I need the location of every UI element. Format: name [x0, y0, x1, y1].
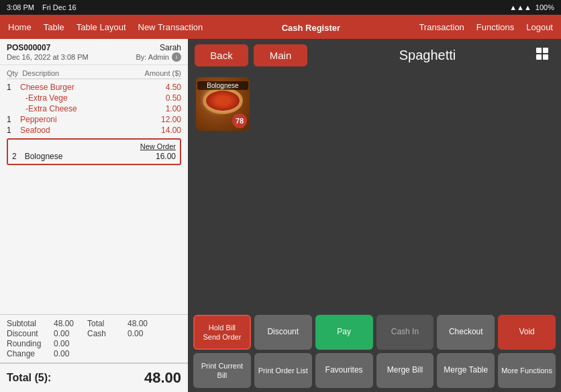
subtotal-value: 48.00 — [54, 319, 87, 328]
new-order-qty: 2 — [12, 152, 17, 161]
nav-new-transaction[interactable]: New Transaction — [138, 22, 203, 32]
item-qty: 1 — [7, 115, 16, 124]
info-icon[interactable]: i — [172, 52, 181, 62]
item-qty: 1 — [7, 83, 16, 92]
merge-bill-button[interactable]: Merge Bill — [376, 353, 434, 388]
battery-text: 100% — [536, 3, 554, 11]
grand-total-label: Total (5): — [7, 372, 51, 384]
nav-logout[interactable]: Logout — [526, 22, 553, 32]
menu-item-image: Bolognese 78 — [196, 77, 250, 131]
rounding-value: 0.00 — [54, 339, 87, 348]
nav-functions[interactable]: Functions — [476, 22, 514, 32]
menu-item-count: 78 — [232, 113, 247, 128]
pay-button[interactable]: Pay — [315, 315, 373, 350]
order-id: POS000007 — [7, 43, 50, 52]
item-name: Cheese Burger — [20, 83, 74, 92]
action-bar: Back Main Spaghetti — [188, 39, 561, 72]
discount-button[interactable]: Discount — [254, 315, 312, 350]
new-order-item: 2 Bolognese 16.00 — [12, 152, 176, 161]
item-price: 14.00 — [161, 126, 181, 135]
hold-bill-send-order-button[interactable]: Hold Bill Send Order — [193, 315, 251, 350]
view-icon[interactable] — [534, 46, 550, 65]
receipt-items: Qty Description Amount ($) 1 Cheese Burg… — [0, 65, 188, 314]
change-label — [87, 339, 128, 348]
cash-value: 0.00 — [128, 329, 161, 338]
change-value — [128, 339, 161, 348]
cash-in-button[interactable]: Cash In — [376, 315, 434, 350]
more-functions-button[interactable]: More Functions — [498, 353, 556, 388]
receipt-header: POS000007 Sarah Dec 16, 2022 at 3:08 PM … — [0, 39, 188, 65]
total-value: 48.00 — [128, 319, 161, 328]
modifier-name: -Extra Cheese — [20, 104, 77, 113]
svg-rect-1 — [543, 48, 548, 53]
change-row-label: Change — [7, 349, 54, 358]
discount-value: 0.00 — [54, 329, 87, 338]
subtotal-label: Subtotal — [7, 319, 54, 328]
menu-area: Bolognese 78 — [188, 72, 561, 311]
col-qty: Qty — [7, 69, 18, 77]
nav-home[interactable]: Home — [8, 22, 32, 32]
void-button[interactable]: Void — [498, 315, 556, 350]
item-price: 0.50 — [166, 93, 181, 103]
status-time: 3:08 PM — [7, 3, 34, 11]
receipt-grand-total: Total (5): 48.00 — [0, 362, 188, 392]
list-item: -Extra Vege 0.50 — [7, 93, 181, 103]
svg-rect-2 — [536, 54, 542, 60]
col-amount: Amount ($) — [145, 69, 181, 77]
change-row-value: 0.00 — [54, 349, 87, 358]
discount-label: Discount — [7, 329, 54, 338]
list-item[interactable]: 1 Seafood 14.00 — [7, 125, 181, 136]
list-item[interactable]: 1 Cheese Burger 4.50 — [7, 82, 181, 93]
nav-title: Cash Register — [282, 23, 340, 33]
bottom-buttons: Hold Bill Send Order Discount Pay Cash I… — [188, 311, 561, 392]
item-price: 1.00 — [166, 104, 181, 113]
menu-item-label: Bolognese — [197, 81, 248, 90]
main-button[interactable]: Main — [254, 44, 307, 66]
rounding-label: Rounding — [7, 339, 54, 348]
new-order-name: Bolognese — [25, 152, 63, 161]
new-order-label: New Order — [12, 142, 176, 150]
col-description: Description — [22, 69, 144, 77]
receipt-panel: POS000007 Sarah Dec 16, 2022 at 3:08 PM … — [0, 39, 188, 392]
item-name: Seafood — [20, 126, 50, 135]
customer-name: Sarah — [160, 43, 181, 52]
nav-table[interactable]: Table — [44, 22, 64, 32]
right-panel: Back Main Spaghetti Bolognese 78 — [188, 39, 561, 392]
item-name: Pepperoni — [20, 115, 57, 124]
checkout-button[interactable]: Checkout — [437, 315, 495, 350]
total-label: Total — [87, 319, 128, 328]
status-bar: 3:08 PM Fri Dec 16 ▲▲▲ 100% — [0, 0, 561, 15]
print-current-bill-button[interactable]: Print Current Bill — [193, 353, 251, 388]
receipt-totals: Subtotal 48.00 Total 48.00 Discount 0.00… — [0, 314, 188, 362]
nav-table-layout[interactable]: Table Layout — [76, 22, 126, 32]
favourites-button[interactable]: Favourites — [315, 353, 373, 388]
top-nav: Home Table Table Layout New Transaction … — [0, 15, 561, 39]
merge-table-button[interactable]: Merge Table — [437, 353, 495, 388]
new-order-price: 16.00 — [156, 152, 176, 161]
nav-transaction[interactable]: Transaction — [419, 22, 464, 32]
order-date: Dec 16, 2022 at 3:08 PM — [7, 53, 89, 61]
grand-total-amount: 48.00 — [144, 369, 181, 387]
svg-rect-3 — [543, 54, 548, 60]
status-day: Fri Dec 16 — [42, 3, 76, 11]
list-item[interactable]: 1 Pepperoni 12.00 — [7, 114, 181, 125]
item-qty: 1 — [7, 126, 16, 135]
back-button[interactable]: Back — [195, 44, 248, 66]
item-price: 4.50 — [166, 83, 181, 92]
item-title: Spaghetti — [326, 48, 529, 63]
cash-label: Cash — [87, 329, 128, 338]
print-order-list-button[interactable]: Print Order List — [254, 353, 312, 388]
modifier-name: -Extra Vege — [20, 93, 68, 103]
list-item: -Extra Cheese 1.00 — [7, 103, 181, 114]
item-price: 12.00 — [161, 115, 181, 124]
menu-card-bolognese[interactable]: Bolognese 78 — [193, 77, 252, 131]
svg-rect-0 — [536, 48, 542, 53]
admin-label: By: Admin — [136, 53, 169, 61]
wifi-icon: ▲▲▲ — [509, 3, 531, 11]
new-order-section[interactable]: New Order 2 Bolognese 16.00 — [7, 138, 181, 165]
